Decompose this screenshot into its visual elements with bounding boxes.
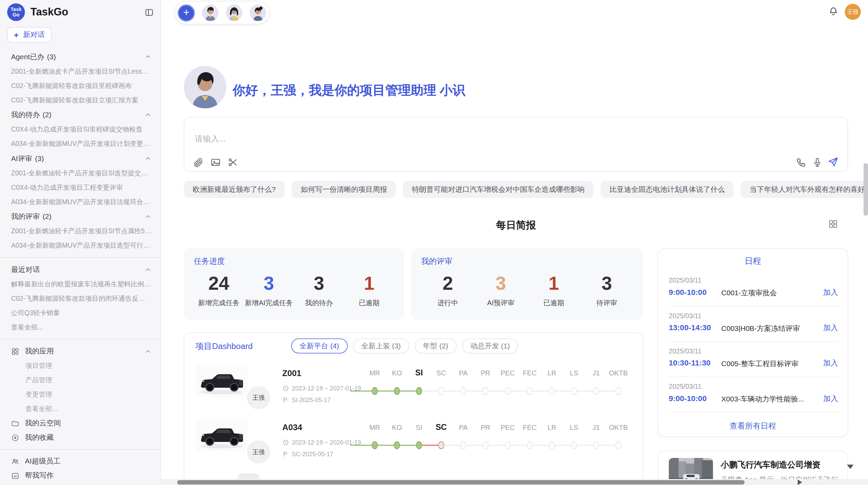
milestone-fec[interactable]: FEC [519,424,541,450]
milestone-oktb[interactable]: OKTB [607,370,629,396]
schedule-row: 2025/03/1113:00-14:30C003|H0B-方案冻结评审加入 [658,307,848,342]
project-code: A034 [282,423,302,432]
sidebar-tool-ai-staff[interactable]: AI超级员工 [0,454,160,469]
sidebar-task-item[interactable]: C02-飞腾新能源轻客改款项目立项汇报方案 [0,93,160,107]
sidebar-task-item[interactable]: C02-飞腾新能源轻客改款项目里程碑画布 [0,78,160,93]
add-session-button[interactable]: + [178,4,195,21]
dashboard-title: 项目Dashboard [195,341,253,352]
sidebar-task-item[interactable]: C0X4-动力总成开发项目工程变更评审 [0,180,160,195]
new-chat-button[interactable]: + 新对话 [7,27,51,42]
milestone-oktb[interactable]: OKTB [607,424,629,450]
attachment-icon[interactable] [193,157,204,168]
dashboard-tab[interactable]: 年型 (2) [414,338,456,353]
sidebar-tool-drawing[interactable]: 创意制图 [0,483,160,485]
recent-chat-item[interactable]: C02-飞腾新能源轻客改款项目的闭环通告反馈情况 [0,291,160,306]
milestone-ls[interactable]: LS [563,370,585,396]
recent-chats-header[interactable]: 最近对话 [0,262,160,277]
suggestion-chip[interactable]: 如何写一份清晰的项目周报 [292,181,396,198]
milestone-pr[interactable]: PR [474,424,497,450]
sidebar-task-item[interactable]: Z001-全新燃油皮卡产品开发项目SI节点Lesson Learn报告 [0,64,160,78]
schedule-view-all[interactable]: 查看所有日程 [658,421,847,431]
milestone-dot [416,387,422,395]
suggestion-chip[interactable]: 当下年轻人对汽车外观有怎样的喜好趋势 [741,181,868,198]
session-avatar-1[interactable] [202,4,218,21]
my-apps-header[interactable]: 我的应用 [0,344,160,358]
session-avatar-3[interactable] [250,4,266,21]
recent-chat-item[interactable]: 解释最新出台的欧盟报废车法规再生塑料比例被调至15%... [0,277,160,291]
milestone-ko[interactable]: KO [386,424,408,450]
sidebar-entry-favorites[interactable]: 我的收藏 [0,430,160,445]
milestone-si[interactable]: SI [408,424,430,450]
sidebar-task-item[interactable]: Z001-全新燃油轻卡产品开发项目SI节点属性5D文件评审 [0,224,160,238]
schedule-join-link[interactable]: 加入 [823,394,838,404]
vertical-scrollbar-thumb[interactable] [864,163,868,215]
dashboard-tab[interactable]: 全新平台 (4) [291,338,347,353]
sidebar-section-header-1[interactable]: 我的待办(2) [0,107,160,122]
microphone-icon[interactable] [812,157,823,168]
suggestion-chip[interactable]: 比亚迪全固态电池计划具体说了什么 [601,181,734,198]
app-item[interactable]: 项目管理 [0,358,160,373]
dashboard-tab[interactable]: 动总开发 (1) [462,338,518,353]
sidebar-task-item[interactable]: A034-全新新能源MUV产品开发项目造型可行性评审 [0,238,160,253]
stat-value: 1 [344,272,394,294]
recent-chat-item[interactable]: 公司Q3轻卡销量 [0,306,160,320]
stat-value: 2 [421,272,474,294]
dashboard-tab[interactable]: 全新上装 (3) [353,338,409,353]
milestone-lr[interactable]: LR [541,424,563,450]
milestone-j1[interactable]: J1 [585,370,607,396]
sidebar-task-item[interactable]: C0X4-动力总成开发项目SI里程碑提交物检查 [0,122,160,137]
milestone-mr[interactable]: MR [364,370,386,396]
sidebar-section-header-0[interactable]: Agent已办(3) [0,49,160,64]
stat-label: 待评审 [580,299,634,308]
milestone-mr[interactable]: MR [364,424,386,450]
milestone-ko[interactable]: KO [386,370,408,396]
app-item[interactable]: 变更管理 [0,387,160,401]
milestone-ls[interactable]: LS [563,424,585,450]
scroll-right-arrow-icon[interactable] [798,480,802,485]
milestone-j1[interactable]: J1 [585,424,607,450]
schedule-join-link[interactable]: 加入 [823,288,838,298]
schedule-join-link[interactable]: 加入 [823,323,838,333]
sidebar-section-header-2[interactable]: AI评审(3) [0,151,160,166]
phone-icon[interactable] [796,157,807,168]
image-icon[interactable] [210,157,221,168]
milestone-fec[interactable]: FEC [519,370,541,396]
horizontal-scrollbar-thumb[interactable] [177,480,745,484]
project-code: Z001 [282,368,301,377]
milestone-sc[interactable]: SC [430,424,453,450]
sidebar-task-item[interactable]: Z001-全新燃油轻卡产品开发项目SI造型提交物评审 [0,166,160,180]
app-item[interactable]: 产品管理 [0,373,160,387]
suggestion-chip[interactable]: 特朗普可能对进口汽车增税会对中国车企造成哪些影响 [403,181,593,198]
milestone-sc[interactable]: SC [430,370,453,396]
message-input[interactable] [194,134,805,144]
recent-chats-view-all[interactable]: 查看全部... [0,320,160,335]
sidebar-task-item[interactable]: A034-全新新能源MUV产品开发项目法规符合性评审 [0,195,160,209]
send-icon[interactable] [828,157,839,167]
milestone-pec[interactable]: PEC [496,370,519,396]
session-avatar-2[interactable] [226,4,242,21]
sidebar-tool-writing[interactable]: 帮我写作 [0,469,160,483]
briefing-grid-icon[interactable] [828,219,838,229]
scissors-icon[interactable] [228,157,238,168]
sidebar-entry-cloud-folder[interactable]: 我的云空间 [0,416,160,430]
milestone-pec[interactable]: PEC [496,424,519,450]
milestone-si[interactable]: SI [408,370,430,396]
user-avatar[interactable]: 王强 [845,4,861,20]
milestone-lr[interactable]: LR [541,370,563,396]
app-logo-text-bottom: Go [13,12,20,18]
milestone-pa[interactable]: PA [452,370,474,396]
milestone-pr[interactable]: PR [474,370,497,396]
bell-icon[interactable] [828,6,839,17]
sidebar-section-header-3[interactable]: 我的评审(2) [0,209,160,224]
schedule-join-link[interactable]: 加入 [823,358,838,368]
milestone-pa[interactable]: PA [452,424,474,450]
milestone-dot [482,387,489,395]
scroll-down-arrow-icon[interactable] [847,464,854,469]
suggestion-chip[interactable]: 欧洲新规最近颁布了什么? [184,181,285,198]
horizontal-scrollbar[interactable] [161,479,868,485]
apps-view-all[interactable]: 查看全部... [0,401,160,416]
project-milestones: MRKOSISCPAPRPECFECLRLSJ1OKTB [364,370,629,396]
stat-value: 3 [580,272,634,294]
sidebar-collapse-icon[interactable] [144,8,154,17]
sidebar-task-item[interactable]: A034-全新新能源MUV产品开发项目计划变更表编写 [0,137,160,151]
